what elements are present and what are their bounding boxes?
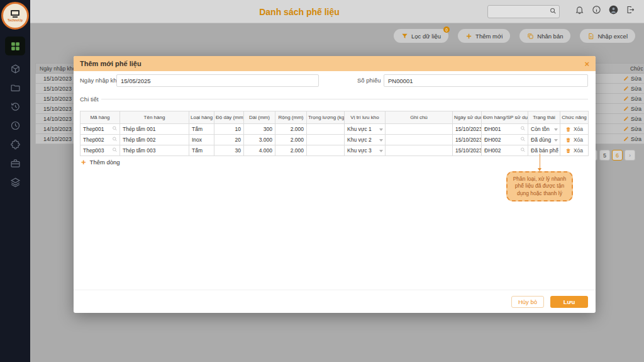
search-icon[interactable] [112,137,118,144]
bell-icon[interactable] [575,5,584,14]
sidebar-item-dashboard[interactable] [5,37,25,55]
cell-ghi_chu[interactable] [386,124,453,135]
search-icon[interactable] [520,147,526,154]
sidebar-item-products[interactable] [5,63,25,74]
chevron-down-icon[interactable] [554,137,558,143]
cube-icon [10,64,21,74]
sidebar-item-layers[interactable] [5,176,25,188]
toolbar-button-3[interactable]: Nhập excel [580,29,635,43]
toolbar-button-1[interactable]: Thêm mới [458,29,510,43]
cell-dai[interactable]: 300 [244,124,275,135]
cell-vi_tri[interactable]: Khu vực 1 [345,124,386,135]
global-search[interactable] [487,5,560,18]
cell-ghi_chu[interactable] [386,145,453,156]
edit-button[interactable]: Sửa [623,136,641,142]
info-icon[interactable] [592,5,601,14]
cell-do_day[interactable]: 10 [214,124,244,135]
cell-value: 300 [264,126,272,132]
sidebar-item-business[interactable] [5,157,25,169]
edit-button[interactable]: Sửa [623,116,641,122]
page-5[interactable]: 5 [599,150,610,161]
search-icon[interactable] [112,126,118,133]
sidebar-item-time[interactable] [5,120,25,131]
cell-ten_hang[interactable]: Thép tấm 001 [120,124,189,135]
search-icon[interactable] [550,8,557,16]
list-row-actions: SửaXóa [590,124,644,134]
cell-don_hang[interactable]: ĐH001 [482,124,528,135]
row-delete-button[interactable]: Xóa [563,147,586,154]
cancel-button[interactable]: Hủy bỏ [511,296,544,308]
filter-icon [401,33,408,40]
date-input[interactable] [116,74,319,87]
cell-rong[interactable]: 2.000 [275,145,307,156]
save-button[interactable]: Lưu [550,296,588,308]
cell-trong_luong[interactable] [307,145,345,156]
edit-button[interactable]: Sửa [623,76,641,82]
cell-ghi_chu[interactable] [386,135,453,145]
cell-rong[interactable]: 2.000 [275,135,307,145]
search-input[interactable] [488,9,550,15]
close-icon[interactable]: × [584,60,589,68]
chevron-down-icon[interactable] [379,137,383,143]
cell-trang_thai[interactable]: Đã bán phế liệu [528,145,560,156]
avatar[interactable] [609,5,618,14]
cell-ngay_su_dung[interactable]: 15/10/2023 [453,145,482,156]
cell-value: ĐH002 [484,147,501,154]
page-6[interactable]: 6 [612,150,623,161]
cell-trang_thai[interactable]: Đã dùng [528,135,560,145]
cell-ma_hang[interactable]: Thep002 [80,135,120,145]
cell-loai_hang[interactable]: Inox [189,135,214,145]
cell-vi_tri[interactable]: Khu vực 3 [345,145,386,156]
modal-title: Thêm mới phế liệu [80,60,584,67]
edit-button[interactable]: Sửa [623,86,641,92]
cell-rong[interactable]: 2.000 [275,124,307,135]
chevron-down-icon[interactable] [379,147,383,154]
cell-do_day[interactable]: 30 [214,145,244,156]
receipt-number-input[interactable] [384,74,588,87]
cell-trong_luong[interactable] [307,124,345,135]
toolbar-button-0[interactable]: Lọc dữ liệu0 [394,29,448,43]
cell-value: ĐH002 [484,137,501,143]
cell-dai[interactable]: 4.000 [244,145,275,156]
cell-value: Khu vực 1 [347,126,372,132]
cell-don_hang[interactable]: ĐH002 [482,145,528,156]
cell-ma_hang[interactable]: Thep003 [80,145,120,156]
row-delete-button[interactable]: Xóa [563,137,586,143]
edit-button[interactable]: Sửa [623,96,641,102]
next-page-button[interactable]: › [625,150,635,161]
row-delete-button[interactable]: Xóa [563,126,586,132]
chevron-down-icon[interactable] [554,126,558,132]
cell-don_hang[interactable]: ĐH002 [482,135,528,145]
chevron-down-icon[interactable] [379,126,383,132]
edit-button[interactable]: Sửa [623,126,641,132]
sidebar-item-documents[interactable] [5,82,25,93]
cell-trang_thai[interactable]: Còn tồn [528,124,560,135]
cell-vi_tri[interactable]: Khu vực 2 [345,135,386,145]
cell-ten_hang[interactable]: Thép tấm 003 [120,145,189,156]
cell-ngay_su_dung[interactable]: 15/10/2023 [453,135,482,145]
trash-icon [565,127,571,132]
cell-ma_hang[interactable]: Thep001 [80,124,120,135]
search-icon [520,126,526,132]
app-logo[interactable]: TechnoUp [1,2,29,30]
cell-ten_hang[interactable]: Thép tấm 002 [120,135,189,145]
sidebar-item-history[interactable] [5,101,25,112]
plus-icon: + [81,158,86,166]
toolbar-button-2[interactable]: Nhân bản [519,29,570,43]
search-icon[interactable] [520,137,526,144]
search-icon[interactable] [112,147,118,154]
column-header-ma_hang: Mã hàng [80,111,120,124]
cell-loai_hang[interactable]: Tấm [189,124,214,135]
cell-do_day[interactable]: 20 [214,135,244,145]
chevron-down-icon[interactable] [554,147,558,154]
logout-icon[interactable] [626,5,635,14]
cell-trong_luong[interactable] [307,135,345,145]
add-row-button[interactable]: + Thêm dòng [81,158,120,166]
edit-button[interactable]: Sửa [623,106,641,112]
cell-loai_hang[interactable]: Tấm [189,145,214,156]
search-icon[interactable] [520,126,526,133]
sidebar-item-extensions[interactable] [5,139,25,150]
cell-dai[interactable]: 3.000 [244,135,275,145]
column-header-vi_tri: Vị trí lưu kho [345,111,386,124]
cell-ngay_su_dung[interactable]: 15/10/2023 [453,124,482,135]
